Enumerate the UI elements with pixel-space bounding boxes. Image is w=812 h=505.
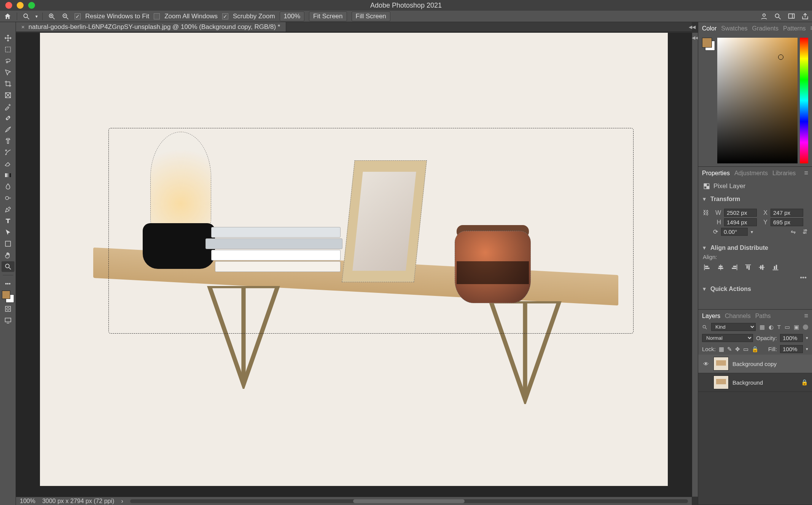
layer-thumbnail[interactable] bbox=[713, 357, 729, 371]
layer-row[interactable]: 👁 Background copy bbox=[698, 355, 812, 373]
zoom-tool[interactable] bbox=[2, 261, 14, 272]
dropdown-caret-icon[interactable]: ▾ bbox=[35, 14, 38, 19]
transform-heading[interactable]: Transform bbox=[710, 196, 740, 203]
marquee-tool[interactable] bbox=[2, 44, 14, 55]
layer-row[interactable]: Background 🔒 bbox=[698, 373, 812, 392]
dodge-tool[interactable] bbox=[2, 193, 14, 203]
hand-tool[interactable] bbox=[2, 250, 14, 260]
home-icon[interactable] bbox=[3, 12, 12, 21]
align-heading[interactable]: Align and Distribute bbox=[710, 245, 768, 251]
brush-tool[interactable] bbox=[2, 124, 14, 135]
opacity-input[interactable] bbox=[780, 334, 803, 342]
quick-select-tool[interactable] bbox=[2, 67, 14, 78]
tab-layers[interactable]: Layers bbox=[702, 313, 720, 320]
color-panel-swatch[interactable] bbox=[702, 38, 715, 51]
tab-channels[interactable]: Channels bbox=[725, 313, 751, 320]
tab-color[interactable]: Color bbox=[702, 25, 716, 32]
foreground-background-swatch[interactable] bbox=[2, 291, 14, 303]
filter-type-icon[interactable]: T bbox=[777, 324, 781, 330]
minimize-window-button[interactable] bbox=[17, 2, 24, 9]
screen-mode-icon[interactable] bbox=[2, 315, 14, 326]
crop-tool[interactable] bbox=[2, 78, 14, 89]
scrubby-zoom-checkbox[interactable]: ✓ bbox=[222, 13, 228, 19]
more-options-icon[interactable]: ••• bbox=[698, 274, 812, 284]
zoom-in-icon[interactable] bbox=[47, 12, 56, 21]
fill-screen-button[interactable]: Fill Screen bbox=[352, 11, 390, 21]
color-field[interactable] bbox=[717, 38, 798, 163]
status-dimensions[interactable]: 3000 px x 2794 px (72 ppi) bbox=[42, 498, 114, 505]
expand-dock-icon[interactable]: ◀◀ bbox=[692, 35, 699, 40]
eyedropper-tool[interactable] bbox=[2, 101, 14, 112]
shape-tool[interactable] bbox=[2, 238, 14, 249]
filter-toggle-icon[interactable] bbox=[803, 324, 808, 330]
hue-slider[interactable] bbox=[800, 38, 808, 163]
transform-x-input[interactable] bbox=[771, 209, 803, 217]
align-hcenter-icon[interactable] bbox=[716, 263, 725, 272]
eraser-tool[interactable] bbox=[2, 158, 14, 169]
status-zoom[interactable]: 100% bbox=[20, 498, 35, 505]
opacity-dropdown-icon[interactable]: ▾ bbox=[806, 336, 808, 340]
filter-smart-icon[interactable]: ▣ bbox=[794, 324, 799, 331]
transform-y-input[interactable] bbox=[771, 218, 803, 226]
layer-thumbnail[interactable] bbox=[713, 376, 729, 389]
lock-transparency-icon[interactable]: ▦ bbox=[719, 346, 724, 353]
blend-mode-select[interactable]: Normal bbox=[702, 334, 753, 342]
lock-brush-icon[interactable]: ✎ bbox=[727, 346, 732, 353]
tab-swatches[interactable]: Swatches bbox=[721, 25, 747, 32]
edit-toolbar-icon[interactable]: ••• bbox=[2, 278, 14, 289]
link-wh-icon[interactable]: ⛓ bbox=[703, 209, 710, 216]
tab-properties[interactable]: Properties bbox=[702, 170, 730, 177]
transform-w-input[interactable] bbox=[724, 209, 757, 217]
frame-tool[interactable] bbox=[2, 90, 14, 101]
canvas-area[interactable] bbox=[16, 33, 692, 497]
lock-artboard-icon[interactable]: ▭ bbox=[743, 346, 748, 353]
path-select-tool[interactable] bbox=[2, 227, 14, 238]
pen-tool[interactable] bbox=[2, 204, 14, 215]
filter-adjust-icon[interactable]: ◐ bbox=[769, 324, 774, 331]
close-window-button[interactable] bbox=[5, 2, 12, 9]
zoom-100-button[interactable]: 100% bbox=[280, 11, 304, 21]
flip-horizontal-icon[interactable]: ⇋ bbox=[791, 228, 796, 235]
lock-position-icon[interactable]: ✥ bbox=[735, 346, 740, 353]
clone-tool[interactable] bbox=[2, 136, 14, 146]
color-cursor[interactable] bbox=[778, 54, 783, 60]
document-tab[interactable]: × natural-goods-berlin-L6NP4ZGnpSY-unspl… bbox=[16, 22, 286, 32]
zoom-tool-icon[interactable] bbox=[22, 12, 31, 21]
flip-vertical-icon[interactable]: ⇵ bbox=[802, 228, 807, 235]
tab-gradients[interactable]: Gradients bbox=[752, 25, 779, 32]
gradient-tool[interactable] bbox=[2, 170, 14, 181]
history-brush-tool[interactable] bbox=[2, 147, 14, 158]
layer-filter-kind[interactable]: Kind bbox=[711, 323, 756, 331]
align-vcenter-icon[interactable] bbox=[758, 263, 766, 272]
zoom-out-icon[interactable] bbox=[61, 12, 70, 21]
layer-name[interactable]: Background copy bbox=[732, 361, 777, 367]
transform-h-input[interactable] bbox=[724, 218, 757, 226]
filter-search-icon[interactable] bbox=[702, 324, 707, 330]
lock-icon[interactable]: 🔒 bbox=[801, 379, 808, 386]
panel-menu-icon[interactable]: ≡ bbox=[804, 312, 808, 320]
align-left-icon[interactable] bbox=[703, 263, 711, 272]
cloud-docs-icon[interactable] bbox=[760, 13, 768, 20]
type-tool[interactable] bbox=[2, 216, 14, 226]
layer-name[interactable]: Background bbox=[732, 379, 763, 386]
fit-screen-button[interactable]: Fit Screen bbox=[309, 11, 347, 21]
quick-mask-icon[interactable] bbox=[2, 304, 14, 314]
tab-patterns[interactable]: Patterns bbox=[783, 25, 806, 32]
filter-shape-icon[interactable]: ▭ bbox=[785, 324, 790, 331]
panel-menu-icon[interactable]: ≡ bbox=[810, 24, 812, 32]
workspace-icon[interactable] bbox=[788, 13, 795, 20]
align-bottom-icon[interactable] bbox=[771, 263, 780, 272]
filter-pixel-icon[interactable]: ▦ bbox=[759, 324, 765, 331]
align-top-icon[interactable] bbox=[744, 263, 752, 272]
lock-all-icon[interactable]: 🔒 bbox=[751, 346, 759, 353]
panel-menu-icon[interactable]: ≡ bbox=[804, 169, 808, 177]
tab-paths[interactable]: Paths bbox=[755, 313, 771, 320]
fill-input[interactable] bbox=[780, 345, 803, 353]
resize-windows-checkbox[interactable]: ✓ bbox=[75, 13, 81, 19]
foreground-color-swatch[interactable] bbox=[2, 291, 10, 299]
move-tool[interactable] bbox=[2, 33, 14, 43]
blur-tool[interactable] bbox=[2, 181, 14, 192]
angle-dropdown-icon[interactable]: ▾ bbox=[751, 229, 753, 235]
lasso-tool[interactable] bbox=[2, 56, 14, 66]
transform-angle-input[interactable] bbox=[721, 228, 748, 236]
